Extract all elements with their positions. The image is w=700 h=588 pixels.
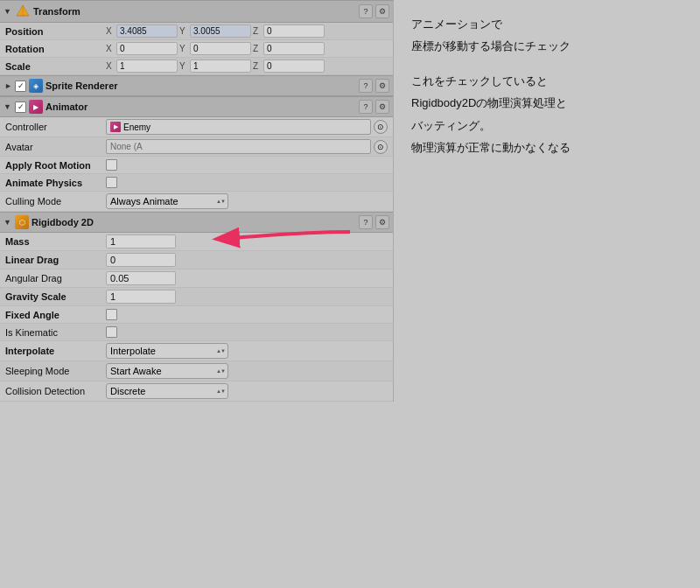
rigidbody2d-arrow: ▼ bbox=[4, 218, 12, 227]
gravity-scale-row: Gravity Scale 1 bbox=[0, 288, 393, 306]
scale-x-input[interactable]: 1 bbox=[116, 60, 178, 73]
sprite-renderer-arrow: ▼ bbox=[4, 81, 12, 90]
rigidbody2d-title: Rigidbody 2D bbox=[32, 217, 356, 228]
rigidbody2d-help-btn[interactable]: ? bbox=[359, 215, 373, 229]
sprite-renderer-settings-btn[interactable]: ⚙ bbox=[375, 79, 389, 93]
sleeping-mode-dropdown-wrap: Start Awake bbox=[106, 363, 228, 379]
transform-header[interactable]: ▼ Transform ? ⚙ bbox=[0, 0, 393, 23]
transform-arrow: ▼ bbox=[4, 7, 12, 16]
annotation-line6: 物理演算が正常に動かなくなる bbox=[411, 137, 682, 158]
rigidbody2d-icon: ⬡ bbox=[15, 215, 29, 229]
is-kinematic-checkbox[interactable] bbox=[106, 326, 117, 338]
animator-arrow: ▼ bbox=[4, 102, 12, 111]
sleeping-mode-row: Sleeping Mode Start Awake bbox=[0, 361, 393, 382]
animator-enabled[interactable] bbox=[15, 102, 26, 113]
fixed-angle-label: Fixed Angle bbox=[5, 310, 106, 320]
position-x-input[interactable]: 3.4085 bbox=[116, 24, 178, 38]
annotation-panel: アニメーションで 座標が移動する場合にチェック これをチェックしていると Rig… bbox=[394, 0, 700, 588]
animator-header[interactable]: ▼ ▶ Animator ? ⚙ bbox=[0, 96, 393, 117]
controller-value-btn[interactable]: ▶ Enemy bbox=[106, 119, 371, 135]
collision-detection-dropdown-wrap: Discrete bbox=[106, 383, 228, 399]
avatar-row: Avatar None (A ⊙ bbox=[0, 137, 393, 157]
position-z-input[interactable]: 0 bbox=[263, 24, 325, 38]
position-row: Position X 3.4085 Y 3.0055 Z 0 bbox=[0, 23, 393, 40]
animator-help-btn[interactable]: ? bbox=[359, 100, 373, 114]
culling-mode-row: Culling Mode Always Animate bbox=[0, 192, 393, 212]
animate-physics-row: Animate Physics bbox=[0, 174, 393, 192]
scale-y-input[interactable]: 1 bbox=[190, 60, 251, 73]
interpolate-dropdown[interactable]: Interpolate bbox=[106, 343, 228, 359]
collision-detection-dropdown[interactable]: Discrete bbox=[106, 383, 228, 399]
angular-drag-label: Angular Drag bbox=[5, 273, 106, 284]
rotation-x-input[interactable]: 0 bbox=[116, 42, 178, 55]
avatar-label: Avatar bbox=[5, 142, 106, 152]
annotation-line3: これをチェックしていると bbox=[411, 71, 682, 91]
scale-row: Scale X 1 Y 1 Z 0 bbox=[0, 58, 393, 75]
annotation-block-1: アニメーションで 座標が移動する場合にチェック bbox=[411, 14, 682, 57]
sprite-renderer-enabled[interactable] bbox=[15, 80, 26, 92]
annotation-line4: Rigidbody2Dの物理演算処理と bbox=[411, 93, 682, 113]
interpolate-label: Interpolate bbox=[5, 346, 106, 356]
interpolate-row: Interpolate Interpolate bbox=[0, 341, 393, 361]
avatar-input-area: None (A ⊙ bbox=[106, 139, 388, 154]
animator-settings-btn[interactable]: ⚙ bbox=[375, 100, 389, 114]
annotation-line2: 座標が移動する場合にチェック bbox=[411, 36, 682, 56]
annotation-line5: バッティング。 bbox=[411, 116, 682, 136]
gravity-scale-label: Gravity Scale bbox=[5, 291, 106, 302]
animator-title: Animator bbox=[46, 102, 356, 112]
linear-drag-label: Linear Drag bbox=[5, 255, 106, 265]
sleeping-mode-dropdown[interactable]: Start Awake bbox=[106, 363, 228, 379]
rotation-z-input[interactable]: 0 bbox=[263, 42, 325, 55]
animate-physics-checkbox[interactable] bbox=[106, 177, 117, 188]
rotation-y-input[interactable]: 0 bbox=[190, 42, 251, 55]
mass-row: Mass 1 bbox=[0, 233, 393, 251]
angular-drag-row: Angular Drag 0.05 bbox=[0, 270, 393, 288]
avatar-select-btn[interactable]: ⊙ bbox=[374, 140, 388, 154]
transform-title: Transform bbox=[33, 6, 356, 17]
rotation-label: Rotation bbox=[5, 44, 106, 54]
avatar-value: None (A bbox=[110, 142, 143, 151]
controller-input-area: ▶ Enemy ⊙ bbox=[106, 119, 388, 135]
controller-label: Controller bbox=[5, 122, 106, 132]
rigidbody2d-header[interactable]: ▼ ⬡ Rigidbody 2D ? ⚙ bbox=[0, 212, 393, 233]
mass-value[interactable]: 1 bbox=[106, 234, 176, 248]
controller-select-btn[interactable]: ⊙ bbox=[374, 120, 388, 134]
animate-physics-label: Animate Physics bbox=[5, 178, 106, 188]
sprite-renderer-icon: ◈ bbox=[29, 79, 43, 93]
rigidbody2d-settings-btn[interactable]: ⚙ bbox=[375, 215, 389, 229]
mass-label: Mass bbox=[5, 236, 106, 247]
is-kinematic-label: Is Kinematic bbox=[5, 327, 106, 338]
apply-root-motion-row: Apply Root Motion bbox=[0, 157, 393, 174]
apply-root-motion-checkbox[interactable] bbox=[106, 159, 117, 171]
avatar-value-btn[interactable]: None (A bbox=[106, 139, 371, 154]
animator-icon: ▶ bbox=[29, 100, 43, 114]
is-kinematic-row: Is Kinematic bbox=[0, 324, 393, 341]
fixed-angle-checkbox[interactable] bbox=[106, 309, 117, 320]
transform-help-btn[interactable]: ? bbox=[359, 4, 373, 18]
annotation-line1: アニメーションで bbox=[411, 14, 682, 34]
collision-detection-row: Collision Detection Discrete bbox=[0, 382, 393, 402]
sprite-renderer-help-btn[interactable]: ? bbox=[359, 79, 373, 93]
scale-z-input[interactable]: 0 bbox=[263, 60, 325, 73]
culling-mode-dropdown[interactable]: Always Animate bbox=[106, 193, 228, 209]
sleeping-mode-label: Sleeping Mode bbox=[5, 366, 106, 376]
position-y-input[interactable]: 3.0055 bbox=[190, 24, 251, 38]
linear-drag-value[interactable]: 0 bbox=[106, 253, 176, 267]
position-xyz: X 3.4085 Y 3.0055 Z 0 bbox=[106, 24, 388, 38]
rotation-row: Rotation X 0 Y 0 Z 0 bbox=[0, 40, 393, 58]
annotation-block-2: これをチェックしていると Rigidbody2Dの物理演算処理と バッティング。… bbox=[411, 71, 682, 158]
transform-icon bbox=[15, 4, 31, 19]
sprite-renderer-header[interactable]: ▼ ◈ Sprite Renderer ? ⚙ bbox=[0, 75, 393, 96]
scale-label: Scale bbox=[5, 61, 106, 72]
angular-drag-value[interactable]: 0.05 bbox=[106, 271, 176, 285]
sprite-renderer-section: ▼ ◈ Sprite Renderer ? ⚙ bbox=[0, 75, 393, 96]
linear-drag-row: Linear Drag 0 bbox=[0, 251, 393, 270]
rotation-xyz: X 0 Y 0 Z 0 bbox=[106, 42, 388, 55]
interpolate-dropdown-wrap: Interpolate bbox=[106, 343, 228, 359]
gravity-scale-value[interactable]: 1 bbox=[106, 290, 176, 304]
apply-root-motion-label: Apply Root Motion bbox=[5, 160, 106, 171]
scale-xyz: X 1 Y 1 Z 0 bbox=[106, 60, 388, 73]
collision-detection-label: Collision Detection bbox=[5, 386, 106, 396]
position-label: Position bbox=[5, 26, 106, 37]
transform-settings-btn[interactable]: ⚙ bbox=[375, 4, 389, 18]
